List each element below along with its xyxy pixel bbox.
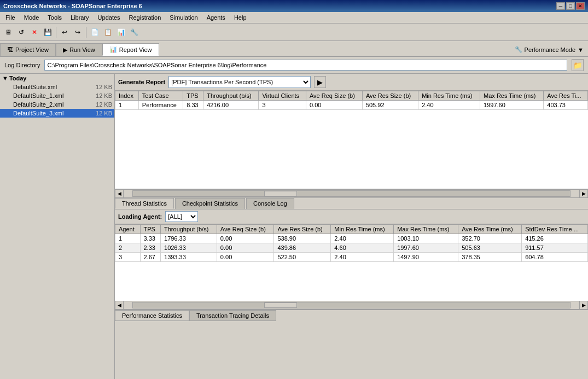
list-item[interactable]: DefaultSuite_1.xml 12 KB — [0, 91, 114, 100]
hscroll-left-arrow[interactable]: ◀ — [115, 189, 124, 198]
toolbar-btn-refresh[interactable]: ↺ — [15, 26, 27, 38]
toolbar-btn-save[interactable]: 💾 — [42, 26, 54, 38]
loading-agent-bar: Loading Agent: [ALL]123 — [115, 209, 588, 224]
cell-stddev-1: 415.26 — [522, 234, 588, 243]
menu-library[interactable]: Library — [67, 13, 92, 22]
table-row: 3 2.67 1393.33 0.00 522.50 2.40 1497.90 … — [115, 253, 588, 262]
cell-tps-3: 2.67 — [140, 253, 161, 262]
cell-ave-res-time-2: 505.63 — [458, 243, 522, 253]
close-button[interactable]: ✕ — [576, 2, 585, 10]
list-item[interactable]: DefaultSuite.xml 12 KB — [0, 83, 114, 91]
cell-stddev-2: 911.57 — [522, 243, 588, 253]
toolbar-btn-doc[interactable]: 📄 — [89, 26, 101, 38]
toolbar-sep-2 — [86, 27, 86, 38]
hscroll-thumb[interactable] — [264, 191, 297, 196]
toolbar-btn-redo[interactable]: ↪ — [72, 26, 84, 38]
tree-group-today[interactable]: ▼ Today — [0, 74, 114, 83]
toolbar-btn-1[interactable]: 🖥 — [2, 26, 14, 38]
cell-index: 1 — [115, 101, 139, 110]
tab-performance-statistics[interactable]: Performance Statistics — [115, 310, 189, 321]
menu-agents[interactable]: Agents — [203, 13, 229, 22]
bottom-table-hscroll[interactable]: ◀ ▶ — [115, 301, 588, 310]
run-view-label: Run View — [69, 46, 95, 53]
toolbar: 🖥 ↺ ✕ 💾 ↩ ↪ 📄 📋 📊 🔧 — [0, 24, 588, 41]
log-dir-bar: Log Directory 📁 — [0, 57, 588, 74]
menu-updates[interactable]: Updates — [95, 13, 124, 22]
minimize-button[interactable]: ─ — [556, 2, 565, 10]
menu-mode[interactable]: Mode — [21, 13, 43, 22]
toolbar-btn-copy[interactable]: 📋 — [102, 26, 114, 38]
menu-bar: File Mode Tools Library Updates Registra… — [0, 12, 588, 24]
cell-min-res-1: 2.40 — [331, 234, 394, 243]
cell-max-res-time: 1997.60 — [480, 101, 544, 110]
bottom-table: Agent TPS Throughput (b/s) Ave Req Size … — [115, 224, 588, 262]
toolbar-btn-undo[interactable]: ↩ — [59, 26, 71, 38]
list-item[interactable]: DefaultSuite_3.xml 12 KB — [0, 109, 114, 118]
top-table-hscroll[interactable]: ◀ ▶ — [115, 189, 588, 198]
hscroll-right-arrow[interactable]: ▶ — [579, 189, 588, 198]
view-tabs-bar: 🏗 Project View ▶ Run View 📊 Report View … — [0, 41, 588, 57]
file-size-4: 12 KB — [96, 110, 112, 116]
tab-project-view[interactable]: 🏗 Project View — [0, 43, 56, 56]
cell-throughput-1: 1796.33 — [161, 234, 217, 243]
perf-mode-icon: 🔧 — [515, 46, 522, 53]
tab-run-view[interactable]: ▶ Run View — [56, 43, 102, 56]
toolbar-btn-chart[interactable]: 📊 — [115, 26, 127, 38]
file-size-1: 12 KB — [96, 84, 112, 90]
perf-mode-indicator: 🔧 Performance Mode ▼ — [515, 43, 588, 56]
col-testcase: Test Case — [138, 91, 183, 101]
window-title: Crosscheck Networks - SOAPSonar Enterpri… — [3, 3, 142, 9]
bottom-hscroll-left-arrow[interactable]: ◀ — [115, 301, 124, 310]
perf-mode-chevron: ▼ — [578, 46, 584, 53]
toolbar-btn-stop[interactable]: ✕ — [28, 26, 40, 38]
tab-report-view[interactable]: 📊 Report View — [102, 43, 159, 56]
menu-simulation[interactable]: Simulation — [166, 13, 201, 22]
bcol-tps: TPS — [140, 225, 161, 234]
col-tps: TPS — [183, 91, 203, 101]
maximize-button[interactable]: □ — [566, 2, 575, 10]
top-table-container[interactable]: Index Test Case TPS Throughput (b/s) Vir… — [115, 91, 588, 189]
cell-ave-res-time: 403.73 — [544, 101, 588, 110]
generate-report-select[interactable]: [PDF] Transactions Per Second (TPS)[PDF]… — [168, 76, 311, 88]
run-view-icon: ▶ — [63, 46, 67, 54]
cell-stddev-3: 604.78 — [522, 253, 588, 262]
bottom-section-tabs: Performance Statistics Transaction Traci… — [115, 310, 588, 321]
col-min-res-time: Min Res Time (ms) — [418, 91, 480, 101]
bottom-table-container[interactable]: Agent TPS Throughput (b/s) Ave Req Size … — [115, 224, 588, 301]
log-dir-browse-button[interactable]: 📁 — [572, 59, 584, 71]
cell-min-res-time: 2.40 — [418, 101, 480, 110]
menu-help[interactable]: Help — [231, 13, 250, 22]
list-item[interactable]: DefaultSuite_2.xml 12 KB — [0, 100, 114, 109]
file-size-3: 12 KB — [96, 101, 112, 108]
bottom-hscroll-right-arrow[interactable]: ▶ — [579, 301, 588, 310]
loading-agent-select[interactable]: [ALL]123 — [165, 211, 198, 222]
menu-file[interactable]: File — [2, 13, 19, 22]
tab-checkpoint-statistics[interactable]: Checkpoint Statistics — [175, 198, 245, 209]
left-panel: ▼ Today DefaultSuite.xml 12 KB DefaultSu… — [0, 74, 115, 379]
bcol-min-res-time: Min Res Time (ms) — [331, 225, 394, 234]
log-dir-input[interactable] — [44, 60, 567, 71]
menu-registration[interactable]: Registration — [126, 13, 165, 22]
cell-max-res-2: 1997.60 — [394, 243, 458, 253]
generate-report-label: Generate Report — [118, 79, 165, 85]
tab-thread-statistics[interactable]: Thread Statistics — [115, 198, 174, 209]
col-ave-req-size: Ave Req Size (b) — [306, 91, 362, 101]
report-view-icon: 📊 — [109, 46, 117, 53]
cell-throughput-3: 1393.33 — [161, 253, 217, 262]
cell-tps: 8.33 — [183, 101, 203, 110]
cell-ave-res-time-3: 378.35 — [458, 253, 522, 262]
perf-mode-label: Performance Mode — [525, 46, 576, 53]
bottom-hscroll-thumb[interactable] — [264, 302, 297, 308]
col-throughput: Throughput (b/s) — [203, 91, 259, 101]
hscroll-track[interactable] — [132, 190, 570, 197]
bcol-throughput: Throughput (b/s) — [161, 225, 217, 234]
cell-min-res-3: 2.40 — [331, 253, 394, 262]
generate-report-bar: Generate Report [PDF] Transactions Per S… — [115, 74, 588, 91]
generate-report-button[interactable]: ▶ — [314, 76, 326, 88]
table-row: 2 2.33 1026.33 0.00 439.86 4.60 1997.60 … — [115, 243, 588, 253]
tab-console-log[interactable]: Console Log — [246, 198, 294, 209]
tab-transaction-tracing[interactable]: Transaction Tracing Details — [189, 310, 276, 321]
menu-tools[interactable]: Tools — [44, 13, 65, 22]
toolbar-btn-settings[interactable]: 🔧 — [128, 26, 140, 38]
bottom-hscroll-track[interactable] — [132, 302, 570, 308]
